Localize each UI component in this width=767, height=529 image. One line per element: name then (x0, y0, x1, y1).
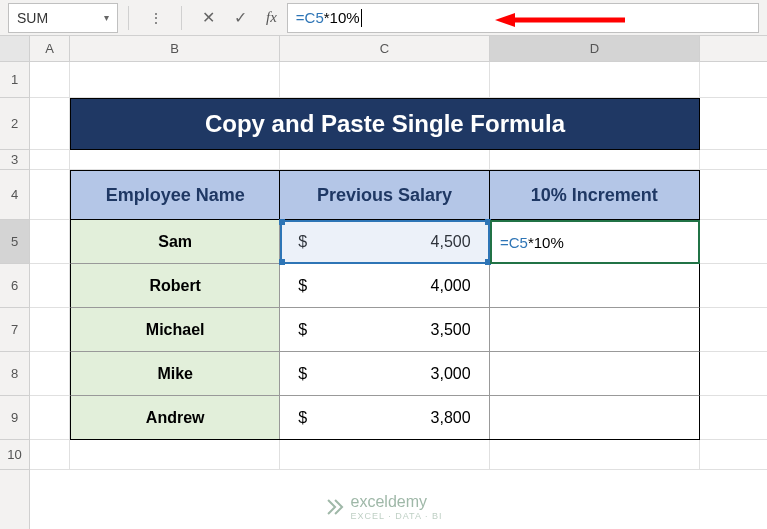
svg-marker-1 (495, 13, 515, 27)
logo-icon (325, 497, 345, 517)
column-header-increment: 10% Increment (490, 171, 699, 219)
cell-salary[interactable]: $4,000 (280, 264, 489, 307)
watermark: exceldemy EXCEL · DATA · BI (325, 493, 443, 521)
name-box-value: SUM (17, 10, 48, 26)
currency-symbol: $ (290, 277, 307, 295)
row-header[interactable]: 9 (0, 396, 29, 440)
salary-value: 4,500 (431, 233, 479, 251)
row-header[interactable]: 4 (0, 170, 29, 220)
table-row: Mike $3,000 (70, 352, 700, 396)
watermark-name: exceldemy (351, 493, 443, 511)
cell-name[interactable]: Michael (71, 308, 280, 351)
row-header[interactable]: 6 (0, 264, 29, 308)
row-header[interactable]: 10 (0, 440, 29, 470)
cell-salary[interactable]: $3,800 (280, 396, 489, 439)
column-header[interactable]: D (490, 36, 700, 61)
column-header[interactable]: A (30, 36, 70, 61)
cell-increment[interactable] (490, 396, 699, 439)
chevron-down-icon[interactable]: ▾ (104, 12, 109, 23)
currency-symbol: $ (290, 321, 307, 339)
worksheet: 1 2 3 4 5 6 7 8 9 10 A B C D Copy (0, 36, 767, 529)
divider (181, 6, 182, 30)
name-box[interactable]: SUM ▾ (8, 3, 118, 33)
fx-icon[interactable]: fx (266, 9, 277, 26)
salary-value: 4,000 (431, 277, 479, 295)
cell-salary[interactable]: $4,500 (280, 220, 489, 263)
column-header-name: Employee Name (71, 171, 280, 219)
cell-name[interactable]: Robert (71, 264, 280, 307)
row-header[interactable]: 7 (0, 308, 29, 352)
cell-name[interactable]: Sam (71, 220, 280, 263)
cell-salary[interactable]: $3,500 (280, 308, 489, 351)
row-header[interactable]: 5 (0, 220, 29, 264)
data-table: Employee Name Previous Salary 10% Increm… (70, 170, 700, 440)
cell-name[interactable]: Andrew (71, 396, 280, 439)
watermark-sub: EXCEL · DATA · BI (351, 511, 443, 521)
currency-symbol: $ (290, 233, 307, 251)
column-header[interactable]: C (280, 36, 490, 61)
cell-increment[interactable] (490, 264, 699, 307)
row-header[interactable]: 2 (0, 98, 29, 150)
active-cell-d5[interactable]: =C5*10% (490, 220, 700, 264)
formula-ref: =C5 (296, 9, 324, 26)
salary-value: 3,800 (431, 409, 479, 427)
grid: A B C D Copy and Paste Single Formula Em… (30, 36, 767, 529)
column-headers: A B C D (30, 36, 767, 62)
currency-symbol: $ (290, 409, 307, 427)
column-header-salary: Previous Salary (280, 171, 489, 219)
formula-bar: SUM ▾ ⋮ ✕ ✓ fx =C5*10% (0, 0, 767, 36)
cell-increment[interactable] (490, 352, 699, 395)
text-cursor (361, 9, 362, 27)
salary-value: 3,000 (431, 365, 479, 383)
cell-name[interactable]: Mike (71, 352, 280, 395)
row-headers: 1 2 3 4 5 6 7 8 9 10 (0, 36, 30, 529)
formula-ref-part: =C5 (500, 234, 528, 251)
formula-rest: *10% (324, 9, 360, 26)
table-row: Andrew $3,800 (70, 396, 700, 440)
row-header[interactable]: 3 (0, 150, 29, 170)
formula-rest-part: *10% (528, 234, 564, 251)
cell-salary[interactable]: $3,000 (280, 352, 489, 395)
column-header[interactable]: B (70, 36, 280, 61)
divider (128, 6, 129, 30)
table-row: Robert $4,000 (70, 264, 700, 308)
cells[interactable]: Copy and Paste Single Formula Employee N… (30, 62, 767, 470)
enter-icon[interactable]: ✓ (224, 3, 256, 33)
currency-symbol: $ (290, 365, 307, 383)
row-header[interactable]: 8 (0, 352, 29, 396)
row-header[interactable]: 1 (0, 62, 29, 98)
callout-arrow (495, 12, 625, 28)
table-header-row: Employee Name Previous Salary 10% Increm… (70, 170, 700, 220)
table-row: Michael $3,500 (70, 308, 700, 352)
page-title: Copy and Paste Single Formula (70, 98, 700, 150)
more-icon[interactable]: ⋮ (139, 3, 171, 33)
cancel-icon[interactable]: ✕ (192, 3, 224, 33)
cell-increment[interactable] (490, 308, 699, 351)
salary-value: 3,500 (431, 321, 479, 339)
select-all-corner[interactable] (0, 36, 29, 62)
